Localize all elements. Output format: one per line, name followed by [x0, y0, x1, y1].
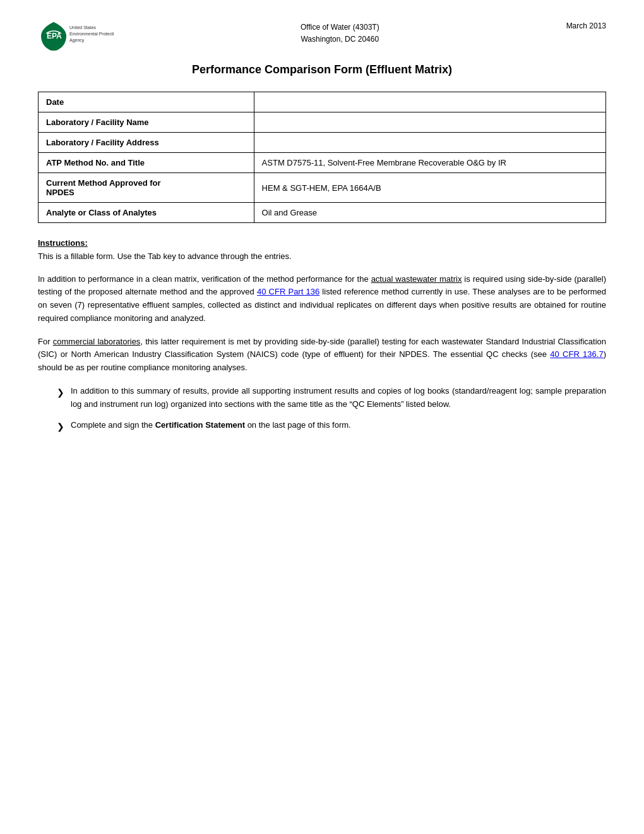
label-date: Date: [39, 92, 254, 112]
svg-text:United States: United States: [69, 25, 97, 30]
link-cfr-part-136[interactable]: 40 CFR Part 136: [257, 287, 319, 296]
instructions-heading: Instructions:: [38, 238, 606, 248]
underline-commercial-labs: commercial laboratories: [53, 337, 141, 346]
label-facility-address: Laboratory / Facility Address: [39, 133, 254, 153]
instructions-section: Instructions: This is a fillable form. U…: [38, 238, 606, 263]
bullet-arrow-2: ❯: [57, 420, 64, 433]
value-analyte: Oil and Grease: [254, 203, 605, 223]
paragraph-2: For commercial laboratories, this latter…: [38, 335, 606, 375]
label-analyte: Analyte or Class of Analytes: [39, 203, 254, 223]
value-atp-method: ASTM D7575-11, Solvent-Free Membrane Rec…: [254, 153, 605, 173]
info-table: Date Laboratory / Facility Name Laborato…: [38, 92, 606, 223]
table-row-atp-method: ATP Method No. and Title ASTM D7575-11, …: [39, 153, 606, 173]
bullet-list: ❯ In addition to this summary of results…: [38, 385, 606, 433]
bullet-text-2: Complete and sign the Certification Stat…: [71, 419, 351, 432]
table-row-facility-name: Laboratory / Facility Name: [39, 112, 606, 133]
table-row-facility-address: Laboratory / Facility Address: [39, 133, 606, 153]
underline-actual-wastewater: actual wastewater matrix: [371, 274, 462, 284]
svg-text:Environmental Protection: Environmental Protection: [69, 32, 114, 36]
value-current-method: HEM & SGT-HEM, EPA 1664A/B: [254, 173, 605, 203]
epa-logo: EPA United States Environmental Protecti…: [38, 19, 114, 51]
svg-text:Agency: Agency: [69, 38, 85, 43]
header-center: Office of Water (4303T) Washington, DC 2…: [114, 19, 566, 45]
label-atp-method: ATP Method No. and Title: [39, 153, 254, 173]
link-cfr-136-7[interactable]: 40 CFR 136.7: [550, 349, 603, 359]
bullet-arrow-1: ❯: [57, 385, 64, 399]
bullet-text-1: In addition to this summary of results, …: [71, 385, 606, 411]
table-row-analyte: Analyte or Class of Analytes Oil and Gre…: [39, 203, 606, 223]
header-date: March 2013: [566, 19, 606, 30]
value-date[interactable]: [254, 92, 605, 112]
page-header: EPA United States Environmental Protecti…: [38, 19, 606, 51]
value-facility-name[interactable]: [254, 112, 605, 133]
label-current-method: Current Method Approved forNPDES: [39, 173, 254, 203]
label-facility-name: Laboratory / Facility Name: [39, 112, 254, 133]
table-row-current-method: Current Method Approved forNPDES HEM & S…: [39, 173, 606, 203]
paragraph-1: In addition to performance in a clean ma…: [38, 273, 606, 325]
header-office-line2: Washington, DC 20460: [114, 33, 566, 45]
epa-logo-svg: EPA United States Environmental Protecti…: [38, 19, 114, 51]
bullet-item-2: ❯ Complete and sign the Certification St…: [38, 419, 606, 433]
table-row-date: Date: [39, 92, 606, 112]
bullet-item-1: ❯ In addition to this summary of results…: [38, 385, 606, 411]
value-facility-address[interactable]: [254, 133, 605, 153]
instructions-text: This is a fillable form. Use the Tab key…: [38, 250, 606, 263]
header-office-line1: Office of Water (4303T): [114, 21, 566, 33]
page-title: Performance Comparison Form (Effluent Ma…: [38, 63, 606, 76]
certification-statement-bold: Certification Statement: [155, 420, 245, 430]
